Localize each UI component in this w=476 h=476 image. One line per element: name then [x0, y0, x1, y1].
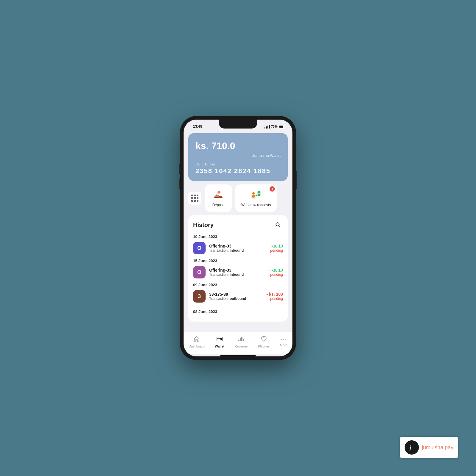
nav-label-dashboard: Dashboard	[189, 345, 205, 348]
grid-dots-icon	[191, 195, 198, 202]
svg-point-8	[252, 192, 255, 195]
tx-amount: + ks. 10	[268, 244, 283, 248]
nav-item-wallet[interactable]: Wallet	[211, 334, 228, 349]
brand-pay: pay	[445, 444, 453, 450]
tx-amount-col: + ks. 10 pending	[268, 244, 283, 253]
wallet-amount: ks. 710.0	[195, 140, 281, 151]
tx-name: Offering-33	[209, 268, 264, 273]
vol-down-button[interactable]	[179, 178, 180, 189]
svg-point-10	[258, 191, 260, 193]
bottom-nav: Dashboard Wallet	[184, 332, 292, 354]
card-number-label: Card Number	[195, 162, 281, 166]
svg-rect-18	[238, 340, 239, 341]
tx-status: pending	[268, 248, 283, 253]
tx-name: Offering-33	[209, 244, 264, 248]
vol-up-button[interactable]	[179, 164, 180, 174]
deposit-label: Deposit	[212, 203, 225, 207]
table-row[interactable]: 3 33-175-39 Transaction: outbound - ks. …	[193, 290, 283, 303]
table-row[interactable]: O Offering-33 Transaction: inbound + ks.…	[193, 266, 283, 278]
history-section: History 19 June 2023 O Offering-33 Trans…	[188, 215, 288, 322]
signal-bar-4	[269, 125, 270, 129]
svg-rect-11	[258, 194, 260, 196]
history-header: History	[193, 220, 283, 230]
nav-item-revenue[interactable]: Revenue	[231, 334, 251, 349]
tx-name: 33-175-39	[209, 292, 263, 297]
battery-percent: 73%	[271, 125, 278, 128]
more-icon: ···	[281, 337, 286, 342]
tx-amount-col: - ks. 100 pending	[267, 292, 283, 301]
nav-label-more: More	[280, 343, 287, 347]
avatar: O	[193, 266, 206, 278]
wallet-icon	[216, 336, 223, 344]
withdraw-requests-button[interactable]: 1	[235, 184, 277, 212]
svg-rect-20	[241, 337, 242, 341]
withdraw-icon	[250, 189, 262, 201]
nav-label-pledges: Pledges	[258, 345, 270, 348]
brand-circle: j	[405, 440, 419, 455]
svg-rect-5	[216, 195, 217, 196]
svg-rect-22	[263, 336, 265, 337]
phone-frame: 13:48 73% ks. 710.0 Jumuisha Wallet	[180, 116, 296, 360]
brand-name: jumuisha	[422, 444, 445, 450]
signal-bars	[264, 125, 270, 129]
tx-details: 33-175-39 Transaction: outbound	[209, 292, 263, 301]
phone-screen: 13:48 73% ks. 710.0 Jumuisha Wallet	[184, 120, 292, 356]
scroll-content[interactable]: ks. 710.0 Jumuisha Wallet Card Number 23…	[184, 130, 292, 332]
pledges-icon	[261, 336, 267, 344]
notch	[219, 120, 257, 129]
tx-status: pending	[267, 297, 283, 301]
tx-amount-col: + ks. 10 pending	[268, 268, 283, 277]
tx-type: Transaction: outbound	[209, 297, 263, 301]
nav-label-revenue: Revenue	[234, 345, 248, 348]
status-right: 73%	[264, 123, 285, 129]
status-left: 13:48	[191, 123, 202, 129]
tx-amount: - ks. 100	[267, 292, 283, 297]
home-indicator	[220, 355, 256, 356]
battery-fill	[279, 126, 283, 128]
signal-bar-3	[267, 126, 268, 129]
grid-button[interactable]	[188, 192, 201, 205]
nav-item-more[interactable]: ··· More	[276, 336, 291, 348]
power-button[interactable]	[296, 171, 297, 189]
nav-item-pledges[interactable]: Pledges	[254, 334, 273, 349]
tx-details: Offering-33 Transaction: inbound	[209, 244, 264, 253]
svg-point-0	[217, 191, 220, 194]
wallet-card: ks. 710.0 Jumuisha Wallet Card Number 23…	[188, 133, 288, 181]
deposit-button[interactable]: Deposit	[205, 184, 232, 212]
actions-row: Deposit 1	[184, 184, 292, 212]
tx-type: Transaction: inbound	[209, 273, 264, 277]
signal-bar-1	[264, 127, 265, 129]
avatar: 3	[193, 290, 206, 303]
revenue-icon	[238, 336, 244, 344]
divider	[193, 307, 283, 307]
nav-label-wallet: Wallet	[215, 345, 224, 348]
svg-point-23	[407, 443, 416, 452]
home-icon	[193, 336, 200, 344]
wallet-brand: Jumuisha Wallet	[195, 153, 281, 158]
date-label-2: 15 June 2023	[193, 259, 283, 263]
history-title: History	[193, 222, 214, 228]
svg-rect-3	[215, 197, 222, 198]
table-row[interactable]: O Offering-33 Transaction: inbound + ks.…	[193, 242, 283, 254]
withdraw-requests-label: Withdraw requests	[241, 203, 271, 207]
status-time: 13:48	[191, 123, 202, 129]
deposit-icon	[212, 189, 224, 201]
brand-logo: j jumuisha pay	[400, 437, 458, 458]
nav-item-dashboard[interactable]: Dashboard	[185, 334, 208, 349]
battery-icon	[279, 125, 285, 128]
tx-amount: + ks. 10	[268, 268, 283, 273]
avatar: O	[193, 242, 206, 254]
tx-status: pending	[268, 273, 283, 277]
tx-details: Offering-33 Transaction: inbound	[209, 268, 264, 277]
card-number: 2358 1042 2824 1885	[195, 167, 281, 175]
withdraw-badge: 1	[270, 186, 275, 192]
svg-rect-9	[252, 195, 255, 198]
brand-text: jumuisha pay	[422, 444, 453, 451]
tx-type: Transaction: inbound	[209, 248, 264, 253]
date-label-3: 09 June 2023	[193, 283, 283, 287]
search-button[interactable]	[273, 220, 283, 230]
svg-line-14	[279, 226, 281, 227]
signal-bar-2	[266, 126, 267, 129]
svg-rect-21	[243, 339, 244, 341]
svg-rect-19	[240, 338, 241, 341]
